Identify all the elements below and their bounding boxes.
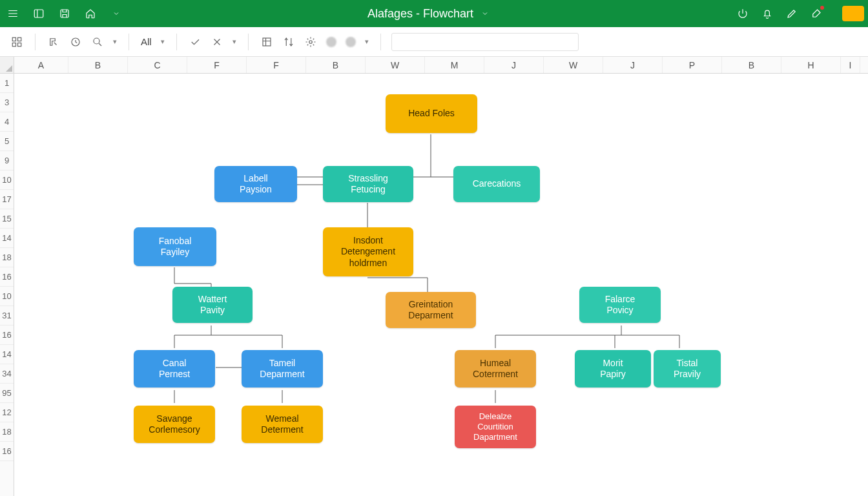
- row-header[interactable]: 18: [0, 248, 14, 267]
- node-morit-papiry[interactable]: Morit Papiry: [575, 350, 651, 388]
- node-tameil-deparment[interactable]: Tameil Deparment: [242, 350, 323, 388]
- row-headers: 1 3 4 5 9 10 17 15 14 18 16 10 31 16 14 …: [0, 74, 14, 496]
- svg-rect-2: [12, 37, 16, 41]
- row-header[interactable]: 3: [0, 93, 14, 112]
- bell-icon[interactable]: [761, 7, 774, 20]
- node-head-foles[interactable]: Head Foles: [386, 94, 477, 133]
- node-label: Pravily: [674, 369, 701, 380]
- row-header[interactable]: 95: [0, 384, 14, 403]
- svg-rect-0: [34, 10, 43, 17]
- node-delealze[interactable]: Delealze Courtition Dapartment: [455, 406, 536, 448]
- row-header[interactable]: 10: [0, 170, 14, 190]
- node-label: Tistal: [677, 358, 698, 369]
- column-header[interactable]: P: [663, 57, 722, 73]
- clock-icon[interactable]: [69, 36, 82, 48]
- node-label: Greintation: [409, 299, 453, 311]
- sort-icon[interactable]: [282, 36, 295, 48]
- toolbar: ▾ All ▾ ▾ ▾: [0, 27, 868, 57]
- row-header[interactable]: 4: [0, 112, 14, 132]
- node-tistal-pravily[interactable]: Tistal Pravily: [654, 350, 721, 388]
- menu-icon[interactable]: [6, 7, 19, 20]
- column-header[interactable]: W: [366, 57, 425, 73]
- row-header[interactable]: 16: [0, 267, 14, 287]
- node-carecations[interactable]: Carecations: [453, 166, 540, 202]
- cell-icon[interactable]: [260, 36, 273, 48]
- filter-dropdown[interactable]: All: [141, 36, 152, 47]
- svg-rect-8: [263, 38, 271, 46]
- chevron-down-icon[interactable]: ▾: [113, 37, 117, 46]
- column-header[interactable]: H: [781, 57, 841, 73]
- check-icon[interactable]: [189, 36, 202, 48]
- node-wemeal-determent[interactable]: Wemeal Determent: [242, 406, 323, 443]
- node-fanobal-fayiley[interactable]: Fanobal Fayiley: [134, 227, 216, 266]
- edit-icon[interactable]: [785, 7, 798, 20]
- row-header[interactable]: 18: [0, 422, 14, 442]
- column-header[interactable]: W: [544, 57, 603, 73]
- row-header[interactable]: 14: [0, 345, 14, 364]
- column-header[interactable]: J: [603, 57, 663, 73]
- settings-icon[interactable]: [304, 36, 317, 48]
- formula-input[interactable]: [391, 33, 579, 51]
- column-header[interactable]: F: [187, 57, 247, 73]
- node-strassling-fetucing[interactable]: Strassling Fetucing: [323, 166, 413, 202]
- home-icon[interactable]: [84, 7, 97, 20]
- row-header[interactable]: 16: [0, 442, 14, 461]
- format-icon[interactable]: [47, 36, 60, 48]
- row-header[interactable]: 12: [0, 403, 14, 422]
- close-icon[interactable]: [211, 36, 223, 48]
- node-label: Strassling: [348, 173, 388, 185]
- row-header[interactable]: 5: [0, 132, 14, 151]
- node-wattert-pavity[interactable]: Wattert Pavity: [172, 287, 253, 323]
- column-header[interactable]: A: [14, 57, 68, 73]
- column-header[interactable]: I: [841, 57, 860, 73]
- save-icon[interactable]: [58, 7, 71, 20]
- column-headers: A B C F F B W M J W J P B H I: [0, 57, 868, 74]
- row-header[interactable]: 15: [0, 209, 14, 229]
- row-header[interactable]: 34: [0, 364, 14, 384]
- column-header[interactable]: M: [425, 57, 484, 73]
- flowchart-canvas[interactable]: Head Foles Labell Paysion Strassling Fet…: [14, 74, 868, 496]
- column-header[interactable]: B: [306, 57, 366, 73]
- row-header[interactable]: 17: [0, 190, 14, 209]
- node-label: Dapartment: [473, 432, 517, 442]
- upgrade-button[interactable]: [842, 6, 864, 21]
- node-insdont[interactable]: Insdont Detengement holdrmen: [323, 227, 413, 276]
- title-chevron-icon[interactable]: [479, 7, 491, 20]
- panel-icon[interactable]: [32, 7, 45, 20]
- document-title[interactable]: Alafages - Flowchart: [123, 7, 736, 21]
- node-greintation-deparment[interactable]: Greintation Deparment: [386, 292, 476, 328]
- column-header[interactable]: F: [247, 57, 306, 73]
- brush-icon[interactable]: [810, 7, 823, 20]
- select-all-corner[interactable]: [0, 57, 14, 73]
- power-icon[interactable]: [736, 7, 749, 20]
- row-header[interactable]: 31: [0, 306, 14, 326]
- chevron-down-icon[interactable]: ▾: [365, 37, 369, 46]
- row-header[interactable]: 16: [0, 326, 14, 345]
- row-header[interactable]: 14: [0, 229, 14, 248]
- column-header[interactable]: B: [68, 57, 128, 73]
- grid-icon[interactable]: [10, 36, 23, 48]
- node-falarce-povicy[interactable]: Falarce Povicy: [579, 287, 661, 323]
- column-header[interactable]: B: [722, 57, 781, 73]
- svg-rect-1: [61, 10, 68, 17]
- row-header[interactable]: 10: [0, 287, 14, 306]
- node-canal-pernest[interactable]: Canal Pernest: [134, 350, 215, 388]
- node-label: holdrmen: [349, 258, 387, 269]
- row-header[interactable]: 9: [0, 151, 14, 170]
- chevron-down-icon[interactable]: [110, 7, 123, 20]
- node-label: Determent: [261, 424, 303, 436]
- node-savange-corlemesory[interactable]: Savange Corlemesory: [134, 406, 215, 443]
- node-label: Papiry: [600, 369, 626, 380]
- column-header[interactable]: J: [484, 57, 544, 73]
- chevron-down-icon[interactable]: ▾: [232, 37, 236, 46]
- node-label: Delealze: [479, 411, 512, 422]
- row-header[interactable]: 1: [0, 74, 14, 93]
- node-labell-paysion[interactable]: Labell Paysion: [214, 166, 297, 202]
- column-header[interactable]: C: [128, 57, 187, 73]
- chevron-down-icon[interactable]: ▾: [161, 37, 165, 46]
- node-label: Pavity: [200, 305, 225, 316]
- node-label: Savange: [156, 413, 192, 425]
- search-icon[interactable]: [91, 36, 104, 48]
- node-humeal-coterrment[interactable]: Humeal Coterrment: [455, 350, 536, 388]
- node-label: Fanobal: [159, 236, 192, 247]
